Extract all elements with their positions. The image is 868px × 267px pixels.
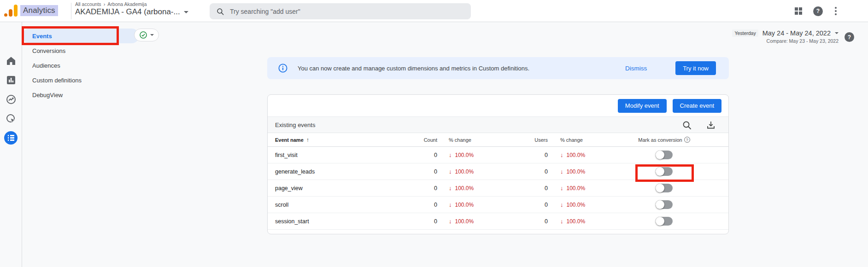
table-toolbar: Existing events: [268, 116, 728, 133]
check-circle-icon: [140, 31, 147, 39]
list-glyph-icon: [8, 135, 14, 141]
info-banner: You can now create and manage custom dim…: [267, 57, 729, 79]
event-name-cell: session_start: [275, 218, 409, 225]
sidebar-item-audiences[interactable]: Audiences: [32, 58, 60, 73]
toggle-knob: [656, 184, 664, 192]
users-change-value: 100.0%: [567, 152, 586, 158]
conversion-toggle-session_start[interactable]: [656, 217, 673, 226]
event-count-cell: 0: [409, 202, 437, 208]
count-change-value: 100.0%: [455, 202, 474, 208]
sidebar-item-debugview[interactable]: DebugView: [32, 87, 63, 102]
event-users-cell: 0: [509, 152, 548, 158]
table-row: first_visit 0 ↓ 100.0% 0 ↓ 100.0%: [268, 147, 728, 163]
try-it-now-button[interactable]: Try it now: [675, 61, 716, 75]
sidebar-item-custom-definitions[interactable]: Custom definitions: [32, 73, 82, 87]
conversion-toggle-first_visit[interactable]: [656, 151, 673, 159]
trend-down-icon: ↓: [560, 151, 563, 158]
global-search[interactable]: [210, 3, 471, 19]
product-name: Analytics: [20, 5, 58, 16]
trend-down-icon: ↓: [449, 151, 452, 158]
column-label: Event name: [275, 137, 304, 143]
nav-rail: [0, 22, 22, 267]
count-change-cell: ↓ 100.0%: [437, 201, 509, 208]
dismiss-button[interactable]: Dismiss: [625, 65, 647, 72]
event-name-cell: page_view: [275, 185, 409, 192]
property-title[interactable]: AKADEMIJA - GA4 (arbona-...: [75, 7, 180, 17]
sidebar-item-label: Audiences: [32, 62, 60, 69]
count-change-value: 100.0%: [455, 152, 474, 158]
apps-grid-icon[interactable]: [795, 7, 802, 15]
conversion-toggle-generate_leads[interactable]: [656, 167, 673, 176]
advertising-icon[interactable]: [6, 113, 17, 124]
table-row: session_start 0 ↓ 100.0% 0 ↓ 100.0%: [268, 213, 728, 230]
trend-down-icon: ↓: [560, 218, 563, 225]
trend-down-icon: ↓: [449, 201, 452, 208]
more-options-icon[interactable]: [834, 6, 838, 16]
column-mark-as-conversion: Mark as conversion ?: [619, 137, 723, 143]
event-count-cell: 0: [409, 185, 437, 192]
reports-icon[interactable]: [6, 75, 17, 86]
conversion-help-icon[interactable]: ?: [684, 137, 690, 143]
date-preset-badge: Yesterday: [732, 29, 758, 37]
event-status-filter[interactable]: [134, 29, 159, 41]
count-change-value: 100.0%: [455, 185, 474, 192]
count-change-cell: ↓ 100.0%: [437, 168, 509, 175]
column-users[interactable]: Users: [509, 137, 548, 143]
conversion-toggle-scroll[interactable]: [656, 200, 673, 209]
sidebar-item-events[interactable]: Events: [32, 29, 52, 43]
date-range-label[interactable]: May 24 - May 24, 2022: [762, 29, 831, 37]
event-name-cell: first_visit: [275, 152, 409, 158]
breadcrumb-all-accounts[interactable]: All accounts: [75, 1, 101, 7]
app-header: Analytics All accounts › Arbona Akademij…: [0, 0, 868, 22]
sidebar-item-conversions[interactable]: Conversions: [32, 43, 65, 58]
sort-ascending-icon[interactable]: ↑: [306, 137, 309, 143]
explore-icon[interactable]: [6, 94, 17, 105]
trend-down-icon: ↓: [449, 218, 452, 225]
conversion-toggle-page_view[interactable]: [656, 184, 673, 192]
table-search-icon[interactable]: [681, 120, 692, 131]
count-change-value: 100.0%: [455, 168, 474, 175]
users-change-cell: ↓ 100.0%: [548, 168, 619, 175]
header-divider: [71, 3, 71, 19]
breadcrumb-account[interactable]: Arbona Akademija: [107, 1, 147, 7]
search-input[interactable]: [230, 8, 464, 15]
event-users-cell: 0: [509, 202, 548, 208]
modify-event-button[interactable]: Modify event: [618, 99, 667, 113]
event-count-cell: 0: [409, 168, 437, 175]
download-icon[interactable]: [705, 120, 716, 131]
trend-down-icon: ↓: [560, 201, 563, 208]
column-count-change[interactable]: % change: [437, 137, 509, 143]
event-name-cell: scroll: [275, 202, 409, 208]
help-icon[interactable]: ?: [813, 6, 823, 16]
sidebar-item-label: Custom definitions: [32, 77, 82, 84]
column-count[interactable]: Count: [409, 137, 437, 143]
create-event-button[interactable]: Create event: [673, 99, 721, 113]
users-change-cell: ↓ 100.0%: [548, 185, 619, 192]
page-help-icon[interactable]: ?: [845, 32, 854, 42]
account-switcher[interactable]: All accounts › Arbona Akademija AKADEMIJ…: [75, 1, 188, 17]
home-icon[interactable]: [6, 55, 17, 66]
configure-nav-drawer: Events Conversions Audiences Custom defi…: [23, 22, 207, 267]
sidebar-item-label: DebugView: [32, 92, 63, 99]
column-event-name[interactable]: Event name ↑: [275, 137, 409, 143]
toggle-knob: [656, 151, 664, 159]
analytics-logo-icon[interactable]: [5, 5, 18, 17]
count-change-cell: ↓ 100.0%: [437, 185, 509, 192]
avatar[interactable]: [849, 4, 862, 18]
event-users-cell: 0: [509, 168, 548, 175]
sidebar-item-label: Events: [32, 33, 52, 40]
chevron-down-icon: [150, 34, 154, 36]
configure-icon[interactable]: [4, 131, 18, 145]
sidebar-item-label: Conversions: [32, 47, 65, 54]
events-card: Modify event Create event Existing event…: [267, 94, 729, 234]
breadcrumb-separator-icon: ›: [104, 1, 106, 7]
chevron-down-icon: [184, 11, 188, 13]
column-users-change[interactable]: % change: [548, 137, 619, 143]
trend-down-icon: ↓: [449, 185, 452, 192]
date-range-picker[interactable]: Yesterday May 24 - May 24, 2022 Compare:…: [732, 29, 839, 44]
info-icon: [278, 64, 287, 73]
table-row: scroll 0 ↓ 100.0% 0 ↓ 100.0%: [268, 197, 728, 213]
table-title: Existing events: [275, 122, 315, 128]
count-change-value: 100.0%: [455, 218, 474, 225]
event-users-cell: 0: [509, 185, 548, 192]
